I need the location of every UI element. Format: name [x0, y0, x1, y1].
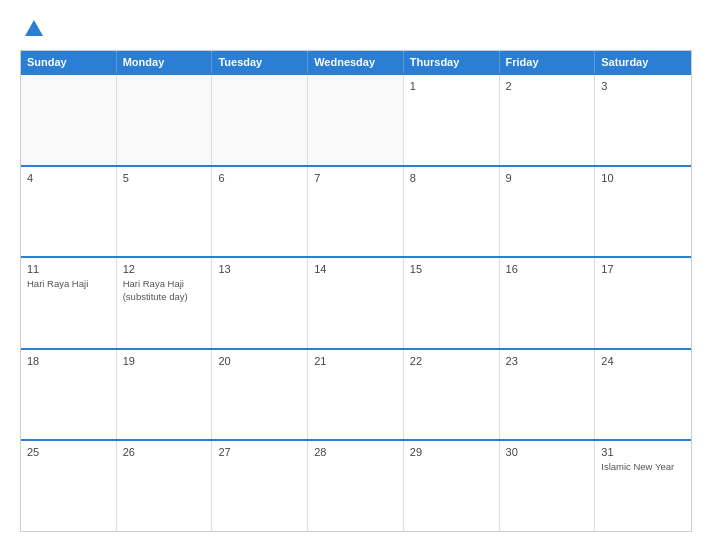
calendar-body: 1234567891011Hari Raya Haji12Hari Raya H…: [21, 73, 691, 531]
day-number: 2: [506, 80, 589, 92]
day-number: 11: [27, 263, 110, 275]
day-number: 14: [314, 263, 397, 275]
event-label: (substitute day): [123, 291, 206, 303]
calendar-row: 25262728293031Islamic New Year: [21, 439, 691, 531]
calendar-header-row: SundayMondayTuesdayWednesdayThursdayFrid…: [21, 51, 691, 73]
svg-marker-0: [25, 20, 43, 36]
calendar-cell: 19: [117, 350, 213, 440]
weekday-header: Sunday: [21, 51, 117, 73]
calendar-cell: [21, 75, 117, 165]
day-number: 17: [601, 263, 685, 275]
day-number: 25: [27, 446, 110, 458]
calendar-cell: 11Hari Raya Haji: [21, 258, 117, 348]
day-number: 6: [218, 172, 301, 184]
logo-icon: [23, 18, 45, 40]
day-number: 12: [123, 263, 206, 275]
calendar-cell: 5: [117, 167, 213, 257]
day-number: 27: [218, 446, 301, 458]
event-label: Hari Raya Haji: [27, 278, 110, 290]
calendar-cell: 26: [117, 441, 213, 531]
header: [20, 18, 692, 40]
calendar-cell: 14: [308, 258, 404, 348]
calendar-cell: 28: [308, 441, 404, 531]
calendar-cell: 21: [308, 350, 404, 440]
calendar-cell: [117, 75, 213, 165]
weekday-header: Friday: [500, 51, 596, 73]
calendar-cell: 24: [595, 350, 691, 440]
calendar-cell: 8: [404, 167, 500, 257]
day-number: 16: [506, 263, 589, 275]
calendar-row: 18192021222324: [21, 348, 691, 440]
calendar-cell: 4: [21, 167, 117, 257]
calendar-cell: 15: [404, 258, 500, 348]
logo: [20, 18, 45, 40]
day-number: 28: [314, 446, 397, 458]
day-number: 1: [410, 80, 493, 92]
day-number: 18: [27, 355, 110, 367]
day-number: 19: [123, 355, 206, 367]
day-number: 22: [410, 355, 493, 367]
calendar-cell: 31Islamic New Year: [595, 441, 691, 531]
day-number: 21: [314, 355, 397, 367]
calendar-cell: 12Hari Raya Haji(substitute day): [117, 258, 213, 348]
calendar-cell: 9: [500, 167, 596, 257]
calendar-cell: 2: [500, 75, 596, 165]
day-number: 29: [410, 446, 493, 458]
day-number: 10: [601, 172, 685, 184]
day-number: 26: [123, 446, 206, 458]
calendar-cell: 27: [212, 441, 308, 531]
calendar-row: 45678910: [21, 165, 691, 257]
calendar-cell: 1: [404, 75, 500, 165]
day-number: 3: [601, 80, 685, 92]
calendar: SundayMondayTuesdayWednesdayThursdayFrid…: [20, 50, 692, 532]
weekday-header: Tuesday: [212, 51, 308, 73]
day-number: 5: [123, 172, 206, 184]
calendar-cell: 18: [21, 350, 117, 440]
calendar-cell: 3: [595, 75, 691, 165]
day-number: 20: [218, 355, 301, 367]
day-number: 15: [410, 263, 493, 275]
day-number: 8: [410, 172, 493, 184]
day-number: 23: [506, 355, 589, 367]
calendar-cell: 13: [212, 258, 308, 348]
calendar-cell: 17: [595, 258, 691, 348]
day-number: 30: [506, 446, 589, 458]
weekday-header: Saturday: [595, 51, 691, 73]
day-number: 24: [601, 355, 685, 367]
calendar-cell: 6: [212, 167, 308, 257]
day-number: 31: [601, 446, 685, 458]
day-number: 13: [218, 263, 301, 275]
calendar-cell: 22: [404, 350, 500, 440]
calendar-cell: 29: [404, 441, 500, 531]
day-number: 7: [314, 172, 397, 184]
weekday-header: Monday: [117, 51, 213, 73]
day-number: 4: [27, 172, 110, 184]
calendar-row: 11Hari Raya Haji12Hari Raya Haji(substit…: [21, 256, 691, 348]
calendar-row: 123: [21, 73, 691, 165]
calendar-cell: 7: [308, 167, 404, 257]
calendar-cell: 23: [500, 350, 596, 440]
page: SundayMondayTuesdayWednesdayThursdayFrid…: [0, 0, 712, 550]
calendar-cell: 30: [500, 441, 596, 531]
weekday-header: Thursday: [404, 51, 500, 73]
calendar-cell: 20: [212, 350, 308, 440]
calendar-cell: 25: [21, 441, 117, 531]
calendar-cell: 16: [500, 258, 596, 348]
calendar-cell: [308, 75, 404, 165]
calendar-cell: [212, 75, 308, 165]
weekday-header: Wednesday: [308, 51, 404, 73]
calendar-cell: 10: [595, 167, 691, 257]
event-label: Hari Raya Haji: [123, 278, 206, 290]
event-label: Islamic New Year: [601, 461, 685, 473]
day-number: 9: [506, 172, 589, 184]
